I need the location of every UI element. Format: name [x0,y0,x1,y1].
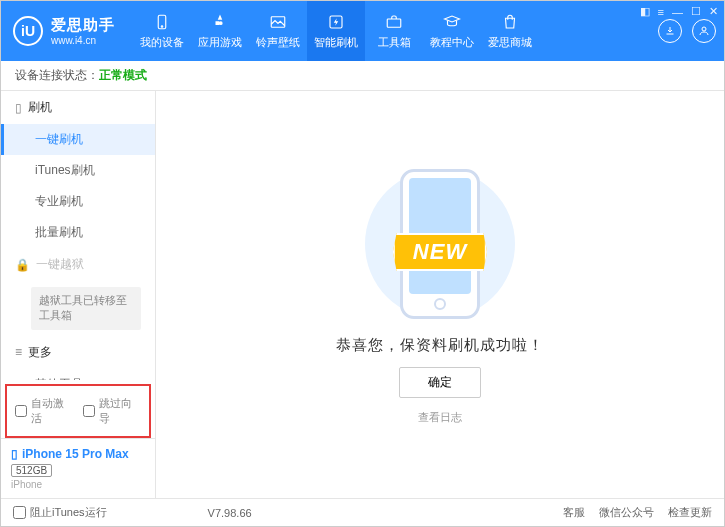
footer-link-support[interactable]: 客服 [563,505,585,520]
status-bar: 设备连接状态： 正常模式 [1,61,724,91]
window-controls: ◧ ≡ — ☐ ✕ [640,5,718,18]
flash-icon [327,13,345,31]
svg-point-5 [702,27,706,31]
device-storage: 512GB [11,464,52,477]
device-info: ▯ iPhone 15 Pro Max 512GB iPhone [1,438,155,498]
checkbox-block-itunes[interactable]: 阻止iTunes运行 [13,505,107,520]
status-mode: 正常模式 [99,67,147,84]
logo-icon: iU [13,16,43,46]
device-small-icon: ▯ [11,447,18,461]
top-nav: 我的设备 应用游戏 铃声壁纸 智能刷机 工具箱 教程中心 爱思商城 [133,1,539,61]
sidebar-group-flash[interactable]: ▯ 刷机 [1,91,155,124]
nav-ringtones[interactable]: 铃声壁纸 [249,1,307,61]
svg-rect-4 [387,19,401,27]
image-icon [269,13,287,31]
footer-link-update[interactable]: 检查更新 [668,505,712,520]
download-button[interactable] [658,19,682,43]
sidebar-item-pro-flash[interactable]: 专业刷机 [1,186,155,217]
skin-icon[interactable]: ◧ [640,5,650,18]
jailbreak-note: 越狱工具已转移至工具箱 [31,287,141,330]
logo-block: iU 爱思助手 www.i4.cn [13,16,115,46]
checkbox-skip-guide[interactable]: 跳过向导 [83,396,141,426]
sidebar: ▯ 刷机 一键刷机 iTunes刷机 专业刷机 批量刷机 🔒 一键越狱 越狱工具… [1,91,156,498]
ok-button[interactable]: 确定 [399,367,481,398]
device-type: iPhone [11,479,145,490]
checkbox-auto-activate[interactable]: 自动激活 [15,396,73,426]
app-title: 爱思助手 [51,16,115,35]
store-icon [501,13,519,31]
nav-smart-flash[interactable]: 智能刷机 [307,1,365,61]
sidebar-item-itunes-flash[interactable]: iTunes刷机 [1,155,155,186]
status-prefix: 设备连接状态： [15,67,99,84]
app-header: iU 爱思助手 www.i4.cn 我的设备 应用游戏 铃声壁纸 智能刷机 工具… [1,1,724,61]
main-content: NEW 恭喜您，保资料刷机成功啦！ 确定 查看日志 [156,91,724,498]
phone-icon: ▯ [15,101,22,115]
svg-point-1 [161,25,163,27]
sidebar-group-more[interactable]: ≡ 更多 [1,336,155,369]
nav-tutorials[interactable]: 教程中心 [423,1,481,61]
menu-icon[interactable]: ≡ [658,6,664,18]
apps-icon [211,13,229,31]
nav-store[interactable]: 爱思商城 [481,1,539,61]
header-right-icons [658,19,716,43]
sidebar-item-one-click-flash[interactable]: 一键刷机 [1,124,155,155]
nav-my-device[interactable]: 我的设备 [133,1,191,61]
toolbox-icon [385,13,403,31]
lock-icon: 🔒 [15,258,30,272]
version-label: V7.98.66 [208,507,252,519]
sidebar-item-batch-flash[interactable]: 批量刷机 [1,217,155,248]
nav-apps[interactable]: 应用游戏 [191,1,249,61]
activation-options: 自动激活 跳过向导 [5,384,151,438]
sidebar-item-other-tools[interactable]: 其他工具 [1,369,155,380]
new-ribbon: NEW [393,233,487,271]
footer-link-wechat[interactable]: 微信公众号 [599,505,654,520]
tutorial-icon [443,13,461,31]
sidebar-group-jailbreak: 🔒 一键越狱 [1,248,155,281]
success-illustration: NEW [330,164,550,324]
user-button[interactable] [692,19,716,43]
success-message: 恭喜您，保资料刷机成功啦！ [336,336,544,355]
maximize-icon[interactable]: ☐ [691,5,701,18]
app-url: www.i4.cn [51,35,115,46]
view-log-link[interactable]: 查看日志 [418,410,462,425]
footer: 阻止iTunes运行 V7.98.66 客服 微信公众号 检查更新 [1,498,724,526]
minimize-icon[interactable]: — [672,6,683,18]
device-name[interactable]: ▯ iPhone 15 Pro Max [11,447,145,461]
close-icon[interactable]: ✕ [709,5,718,18]
nav-toolbox[interactable]: 工具箱 [365,1,423,61]
device-icon [153,13,171,31]
more-icon: ≡ [15,345,22,359]
